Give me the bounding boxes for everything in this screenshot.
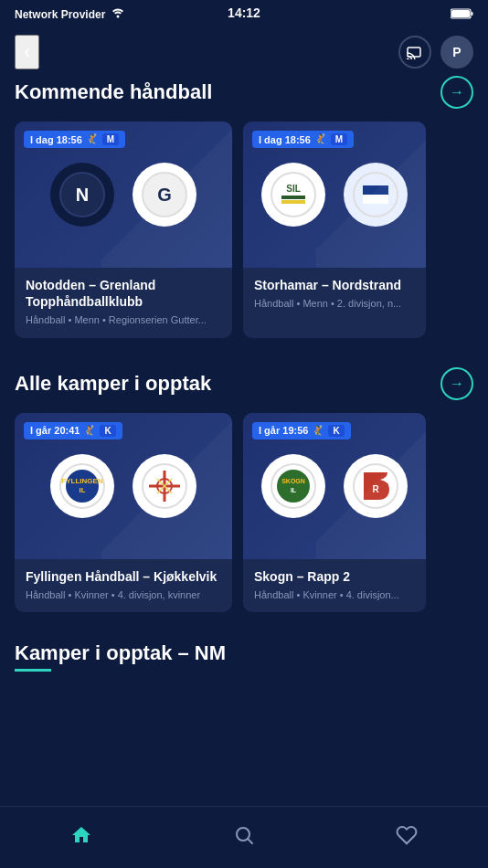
svg-point-5 (407, 59, 409, 60)
svg-point-29 (237, 828, 249, 841)
section-header: Kommende håndball → (15, 76, 473, 109)
card-badge-4: I går 19:56 🤾 K (252, 422, 351, 439)
card-image-area-2: I dag 18:56 🤾 M SIL (243, 122, 426, 268)
card-badge-2: I dag 18:56 🤾 M (252, 131, 354, 148)
card-info-4: Skogn – Rapp 2 Håndball • Kvinner • 4. d… (243, 559, 426, 612)
card-title: Notodden – Grenland Topphåndballklubb (26, 277, 221, 310)
profile-button[interactable]: P (440, 36, 473, 69)
nm-section-title: Kamper i opptak – NM (15, 641, 473, 665)
team1-logo: N (50, 163, 114, 227)
card-subtitle-2: Håndball • Menn • 2. divisjon, n... (254, 297, 415, 310)
badge-category-4: K (328, 425, 344, 437)
section-arrow-opptak[interactable]: → (440, 367, 473, 400)
team2-logo-kjokkelvik (133, 454, 196, 518)
nav-bar: ‹ P (0, 28, 488, 76)
card-info-3: Fyllingen Håndball – Kjøkkelvik Håndball… (15, 559, 232, 612)
status-bar: Network Provider 14:12 (0, 0, 488, 28)
status-time: 14:12 (228, 5, 260, 20)
badge-time: I dag 18:56 (30, 134, 82, 145)
team2-logo: G (133, 163, 196, 227)
card-badge: I dag 18:56 🤾 M (24, 131, 125, 148)
kommende-cards-row: I dag 18:56 🤾 M N G (15, 122, 473, 338)
svg-rect-4 (408, 48, 420, 57)
svg-text:IL: IL (79, 486, 85, 494)
cast-button[interactable] (398, 36, 431, 69)
badge-time-3: I går 20:41 (30, 425, 80, 436)
card-title-4: Skogn – Rapp 2 (254, 568, 415, 585)
badge-time-2: I dag 18:56 (259, 134, 311, 145)
badge-sport-icon-2: 🤾 (314, 133, 327, 145)
svg-rect-3 (472, 12, 473, 16)
arrow-icon: → (450, 84, 464, 101)
nav-right-actions: P (398, 36, 473, 69)
match-card-fyllingen[interactable]: I går 20:41 🤾 K FYLLINGEN IL (15, 413, 232, 612)
svg-point-24 (277, 470, 310, 503)
card-image-area-4: I går 19:56 🤾 K SKOGN IL (243, 413, 426, 559)
bottom-nav (0, 806, 488, 868)
badge-sport-icon-4: 🤾 (312, 425, 324, 437)
match-card-storhamar[interactable]: I dag 18:56 🤾 M SIL (243, 122, 426, 338)
bottom-nav-home[interactable] (52, 820, 111, 855)
card-subtitle-4: Håndball • Kvinner • 4. divisjon... (254, 588, 415, 601)
svg-rect-12 (281, 196, 305, 199)
search-icon (233, 824, 255, 852)
badge-time-4: I går 19:56 (259, 425, 308, 436)
bottom-nav-favorites[interactable] (377, 820, 436, 855)
card-info-2: Storhamar – Nordstrand Håndball • Menn •… (243, 268, 426, 321)
svg-text:SKOGN: SKOGN (281, 478, 305, 484)
section-title: Kommende håndball (15, 80, 212, 104)
svg-rect-2 (451, 10, 470, 17)
card-title-2: Storhamar – Nordstrand (254, 277, 415, 293)
nm-section: Kamper i opptak – NM (15, 641, 473, 672)
team2-logo-rapp: R (344, 454, 408, 518)
card-info: Notodden – Grenland Topphåndballklubb Hå… (15, 268, 232, 338)
badge-category-3: K (100, 425, 115, 437)
wifi-icon (111, 7, 125, 21)
team1-logo-skogn: SKOGN IL (261, 454, 325, 518)
svg-point-0 (117, 16, 120, 18)
main-content: Kommende håndball → I dag 18:56 🤾 M (0, 76, 488, 672)
team2-logo-nordstrand (344, 163, 408, 227)
match-card-notodden[interactable]: I dag 18:56 🤾 M N G (15, 122, 232, 338)
badge-category-2: M (331, 133, 347, 145)
card-title-3: Fyllingen Håndball – Kjøkkelvik (26, 568, 221, 585)
svg-text:G: G (157, 185, 172, 205)
back-button[interactable]: ‹ (15, 35, 39, 69)
nm-section-bar (15, 669, 51, 672)
card-image-area-3: I går 20:41 🤾 K FYLLINGEN IL (15, 413, 232, 559)
svg-text:IL: IL (291, 487, 297, 493)
svg-point-10 (271, 173, 315, 217)
svg-rect-16 (363, 195, 388, 204)
home-icon (70, 824, 92, 852)
battery-area (451, 6, 473, 23)
heart-icon (396, 824, 418, 852)
battery-icon (451, 6, 473, 23)
match-card-skogn[interactable]: I går 19:56 🤾 K SKOGN IL (243, 413, 426, 612)
badge-category: M (102, 133, 119, 145)
arrow-icon-opptak: → (450, 376, 464, 392)
svg-text:R: R (372, 484, 379, 494)
bottom-nav-search[interactable] (215, 820, 273, 855)
card-subtitle: Håndball • Menn • Regionserien Gutter... (26, 313, 221, 326)
badge-sport-icon-3: 🤾 (83, 425, 96, 437)
opptak-section: Alle kamper i opptak → I går 20:41 🤾 K (15, 367, 473, 612)
opptak-section-header: Alle kamper i opptak → (15, 367, 473, 400)
badge-sport-icon: 🤾 (86, 133, 99, 145)
section-arrow-kommende[interactable]: → (440, 76, 473, 109)
opptak-cards-row: I går 20:41 🤾 K FYLLINGEN IL (15, 413, 473, 612)
carrier-name: Network Provider (15, 8, 105, 21)
card-subtitle-3: Håndball • Kvinner • 4. divisjon, kvinne… (26, 588, 221, 601)
carrier-info: Network Provider (15, 7, 125, 21)
team1-logo-fyllingen: FYLLINGEN IL (50, 454, 114, 518)
svg-text:FYLLINGEN: FYLLINGEN (61, 477, 103, 485)
card-image-area: I dag 18:56 🤾 M N G (15, 122, 232, 268)
card-badge-3: I går 20:41 🤾 K (24, 422, 122, 439)
kommende-section: Kommende håndball → I dag 18:56 🤾 M (15, 76, 473, 338)
svg-text:SIL: SIL (286, 184, 301, 194)
svg-rect-13 (281, 200, 305, 204)
team1-logo-storhamar: SIL (261, 163, 325, 227)
opptak-section-title: Alle kamper i opptak (15, 372, 211, 396)
svg-text:N: N (76, 185, 89, 205)
